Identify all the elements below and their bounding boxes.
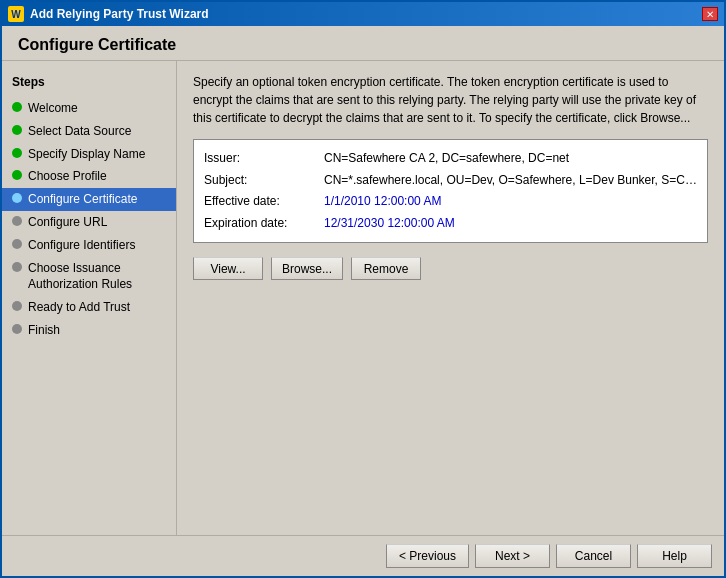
cert-effective-value: 1/1/2010 12:00:00 AM: [324, 191, 697, 213]
sidebar-item-ready-to-add[interactable]: Ready to Add Trust: [2, 296, 176, 319]
wizard-window: W Add Relying Party Trust Wizard ✕ Confi…: [0, 0, 726, 578]
step-dot-welcome: [12, 102, 22, 112]
step-dot-choose-issuance: [12, 262, 22, 272]
sidebar-item-configure-identifiers[interactable]: Configure Identifiers: [2, 234, 176, 257]
cert-effective-label: Effective date:: [204, 191, 324, 213]
cert-expiration-label: Expiration date:: [204, 213, 324, 235]
close-button[interactable]: ✕: [702, 7, 718, 21]
cert-subject-label: Subject:: [204, 170, 324, 192]
sidebar-item-finish[interactable]: Finish: [2, 319, 176, 342]
next-button[interactable]: Next >: [475, 544, 550, 568]
cert-subject-row: Subject: CN=*.safewhere.local, OU=Dev, O…: [204, 170, 697, 192]
sidebar-item-display-name[interactable]: Specify Display Name: [2, 143, 176, 166]
view-button[interactable]: View...: [193, 257, 263, 280]
title-bar-text: Add Relying Party Trust Wizard: [30, 7, 209, 21]
description-text: Specify an optional token encryption cer…: [193, 73, 708, 127]
certificate-box: Issuer: CN=Safewhere CA 2, DC=safewhere,…: [193, 139, 708, 243]
page-title: Configure Certificate: [2, 26, 724, 61]
content-area: Specify an optional token encryption cer…: [177, 61, 724, 535]
cert-expiration-row: Expiration date: 12/31/2030 12:00:00 AM: [204, 213, 697, 235]
title-bar: W Add Relying Party Trust Wizard ✕: [2, 2, 724, 26]
sidebar-label-finish: Finish: [28, 322, 166, 339]
title-bar-left: W Add Relying Party Trust Wizard: [8, 6, 209, 22]
cert-issuer-label: Issuer:: [204, 148, 324, 170]
sidebar-label-configure-identifiers: Configure Identifiers: [28, 237, 166, 254]
action-buttons: View... Browse... Remove: [193, 257, 708, 280]
remove-button[interactable]: Remove: [351, 257, 421, 280]
help-button[interactable]: Help: [637, 544, 712, 568]
bottom-bar: < Previous Next > Cancel Help: [2, 535, 724, 576]
sidebar-item-welcome[interactable]: Welcome: [2, 97, 176, 120]
sidebar-label-choose-issuance: Choose Issuance Authorization Rules: [28, 260, 166, 294]
sidebar-item-choose-profile[interactable]: Choose Profile: [2, 165, 176, 188]
cert-issuer-value: CN=Safewhere CA 2, DC=safewhere, DC=net: [324, 148, 697, 170]
sidebar-label-configure-url: Configure URL: [28, 214, 166, 231]
wizard-icon: W: [8, 6, 24, 22]
sidebar-item-choose-issuance[interactable]: Choose Issuance Authorization Rules: [2, 257, 176, 297]
cert-issuer-row: Issuer: CN=Safewhere CA 2, DC=safewhere,…: [204, 148, 697, 170]
step-dot-configure-url: [12, 216, 22, 226]
step-dot-configure-identifiers: [12, 239, 22, 249]
step-dot-select-data-source: [12, 125, 22, 135]
sidebar-label-welcome: Welcome: [28, 100, 166, 117]
cert-subject-value: CN=*.safewhere.local, OU=Dev, O=Safewher…: [324, 170, 697, 192]
sidebar-title: Steps: [2, 71, 176, 97]
main-area: Steps Welcome Select Data Source Specify…: [2, 61, 724, 535]
sidebar-label-choose-profile: Choose Profile: [28, 168, 166, 185]
step-dot-finish: [12, 324, 22, 334]
step-dot-display-name: [12, 148, 22, 158]
sidebar-item-configure-certificate[interactable]: Configure Certificate: [2, 188, 176, 211]
cancel-button[interactable]: Cancel: [556, 544, 631, 568]
sidebar-item-configure-url[interactable]: Configure URL: [2, 211, 176, 234]
sidebar-label-display-name: Specify Display Name: [28, 146, 166, 163]
step-dot-ready-to-add: [12, 301, 22, 311]
window-content: Configure Certificate Steps Welcome Sele…: [2, 26, 724, 576]
sidebar: Steps Welcome Select Data Source Specify…: [2, 61, 177, 535]
sidebar-label-ready-to-add: Ready to Add Trust: [28, 299, 166, 316]
step-dot-configure-certificate: [12, 193, 22, 203]
step-dot-choose-profile: [12, 170, 22, 180]
browse-button[interactable]: Browse...: [271, 257, 343, 280]
sidebar-label-configure-certificate: Configure Certificate: [28, 191, 166, 208]
previous-button[interactable]: < Previous: [386, 544, 469, 568]
cert-expiration-value: 12/31/2030 12:00:00 AM: [324, 213, 697, 235]
sidebar-item-select-data-source[interactable]: Select Data Source: [2, 120, 176, 143]
cert-effective-row: Effective date: 1/1/2010 12:00:00 AM: [204, 191, 697, 213]
sidebar-label-select-data-source: Select Data Source: [28, 123, 166, 140]
